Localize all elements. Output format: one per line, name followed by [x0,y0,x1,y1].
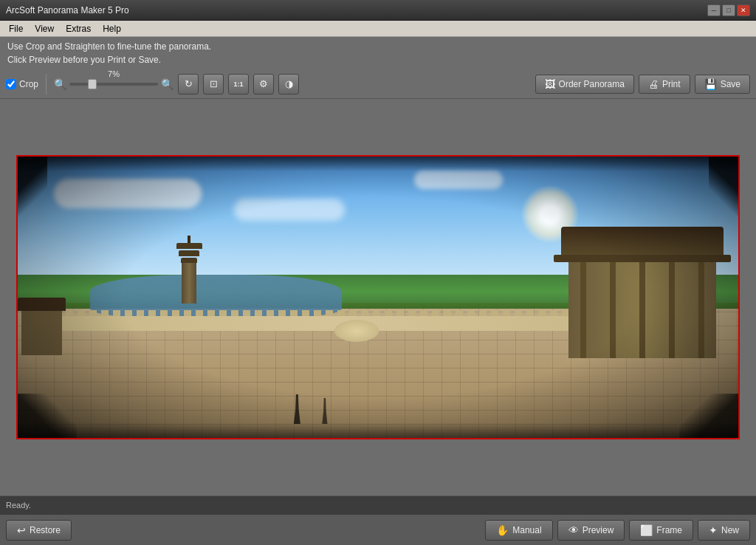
minimize-button[interactable]: ─ [707,4,721,16]
zoom-section: 🔍 7% 🔍 [54,78,173,90]
column-4 [669,262,675,358]
fit-button[interactable]: ⊡ [203,74,224,95]
edge-dark-bottom [18,423,738,438]
print-icon: 🖨 [648,78,659,90]
print-button[interactable]: 🖨 Print [639,75,690,94]
menu-view[interactable]: View [29,22,60,35]
print-label: Print [662,79,681,89]
new-label: New [721,525,739,535]
zoom-out-icon[interactable]: 🔍 [54,78,66,90]
cloud-2 [234,199,345,221]
cloud-3 [414,171,503,189]
preview-label: Preview [583,525,614,535]
preview-icon: 👁 [568,524,579,536]
pagoda-roof-1 [176,243,202,249]
frame-icon: ⬜ [640,524,653,536]
bottom-right-buttons: ✋ Manual 👁 Preview ⬜ Frame ✦ New [485,520,750,541]
preview-button[interactable]: 👁 Preview [557,520,625,541]
panorama-container[interactable] [16,155,740,439]
maximize-button[interactable]: □ [722,4,735,16]
building-left-body [21,311,62,355]
restore-icon: ↩ [17,524,26,536]
building-columns [568,262,716,358]
building-right-roof [561,227,724,256]
order-panorama-button[interactable]: 🖼 Order Panorama [535,75,634,94]
menu-help[interactable]: Help [97,22,127,35]
zoom-percent: 7% [108,69,120,78]
instruction-line1: Use Crop and Straighten to fine-tune the… [7,40,749,53]
save-label: Save [721,79,740,89]
building-left [18,298,66,355]
new-button[interactable]: ✦ New [698,520,750,541]
manual-label: Manual [512,525,541,535]
instruction-bar: Use Crop and Straighten to fine-tune the… [0,37,756,69]
cloud-1 [54,179,202,208]
edge-dark-top [18,157,738,171]
new-icon: ✦ [709,524,718,536]
menu-bar: File View Extras Help [0,21,756,37]
building-right-body [568,262,716,358]
title-bar: ArcSoft Panorama Maker 5 Pro ─ □ ✕ [0,0,756,21]
toolbar-separator-1 [46,74,47,95]
color-button[interactable]: ◑ [278,74,299,95]
frame-button[interactable]: ⬜ Frame [629,520,693,541]
pagoda-tower [176,236,202,304]
menu-file[interactable]: File [3,22,29,35]
panorama-image [18,157,738,438]
restore-label: Restore [30,525,61,535]
zoom-slider-container: 7% [69,83,158,86]
close-button[interactable]: ✕ [737,4,750,16]
column-5 [698,262,704,358]
toolbar: Crop 🔍 7% 🔍 ↻ ⊡ 1:1 ⚙ ◑ 🖼 Order Panorama… [0,69,756,99]
building-right [561,227,724,374]
pagoda-roof-3 [181,258,197,263]
menu-extras[interactable]: Extras [60,22,97,35]
window-controls: ─ □ ✕ [707,4,750,16]
pagoda-roof-2 [179,250,199,256]
crop-checkbox[interactable] [6,79,16,89]
column-1 [580,262,586,358]
manual-button[interactable]: ✋ Manual [485,520,552,541]
restore-button[interactable]: ↩ Restore [6,520,72,541]
app-title: ArcSoft Panorama Maker 5 Pro [6,5,129,16]
save-icon: 💾 [704,78,717,90]
rotate-cw-button[interactable]: ↻ [178,74,199,95]
zoom-in-icon[interactable]: 🔍 [161,78,173,90]
instruction-line2: Click Preview before you Print or Save. [7,53,749,66]
save-button[interactable]: 💾 Save [695,75,750,94]
status-bar: Ready. [0,496,756,514]
settings-button[interactable]: ⚙ [253,74,274,95]
toolbar-right: 🖼 Order Panorama 🖨 Print 💾 Save [535,75,750,94]
crop-checkbox-label[interactable]: Crop [6,79,38,89]
actual-size-button[interactable]: 1:1 [228,74,249,95]
pagoda-body [182,263,196,304]
building-left-roof [18,298,66,311]
main-area [0,99,756,496]
column-3 [639,262,645,358]
crop-label: Crop [19,79,38,89]
order-icon: 🖼 [545,78,555,90]
frame-label: Frame [656,525,682,535]
manual-icon: ✋ [496,524,509,536]
order-label: Order Panorama [559,79,625,89]
zoom-thumb[interactable] [88,79,97,89]
zoom-slider[interactable] [69,83,158,86]
status-text: Ready. [6,501,31,510]
action-bar: ↩ Restore ✋ Manual 👁 Preview ⬜ Frame ✦ N… [0,514,756,545]
column-2 [610,262,616,358]
